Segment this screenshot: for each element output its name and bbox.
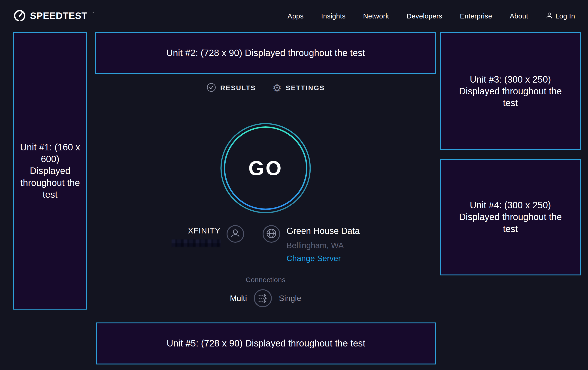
person-icon [230, 228, 241, 240]
isp-block: XFINITY [172, 225, 220, 248]
connections-mode-row: Multi Single [230, 289, 301, 308]
connections-section: Connections Multi Single [95, 276, 436, 308]
ad-unit-1[interactable]: Unit #1: (160 x 600) Displayed throughou… [13, 32, 87, 310]
nav-item-network[interactable]: Network [363, 12, 389, 20]
speedtest-logo[interactable]: SPEEDTEST ™ [13, 9, 94, 23]
login-label: Log In [556, 12, 575, 20]
login-button[interactable]: Log In [546, 12, 575, 20]
nav-item-apps[interactable]: Apps [288, 12, 304, 20]
isp-icon-circle [227, 225, 244, 243]
tab-settings-label: SETTINGS [286, 84, 325, 92]
isp-name: XFINITY [172, 222, 220, 239]
check-circle-icon [207, 83, 216, 93]
logo-text: SPEEDTEST [30, 9, 87, 22]
nav-item-insights[interactable]: Insights [321, 12, 346, 20]
logo-trademark: ™ [91, 9, 94, 17]
speedometer-gauge-icon [13, 9, 26, 23]
speedtest-page: { "header": { "logo": { "text": "SPEEDTE… [0, 0, 588, 370]
go-button[interactable]: GO [220, 122, 311, 214]
server-block: Green House Data Bellingham, WA Change S… [287, 225, 360, 264]
ad-unit-3-label: Unit #3: (300 x 250) Displayed throughou… [457, 74, 564, 109]
mode-multi[interactable]: Multi [230, 294, 247, 303]
ad-unit-2[interactable]: Unit #2: (728 x 90) Displayed throughout… [95, 32, 436, 74]
go-label: GO [220, 122, 311, 214]
header: SPEEDTEST ™ Apps Insights Network Develo… [0, 0, 588, 32]
redacted-ip [172, 240, 220, 247]
tab-results-label: RESULTS [220, 84, 256, 92]
ad-unit-5[interactable]: Unit #5: (728 x 90) Displayed throughout… [96, 322, 436, 364]
tab-results[interactable]: RESULTS [207, 83, 256, 93]
connections-label: Connections [95, 276, 436, 284]
ad-unit-5-label: Unit #5: (728 x 90) Displayed throughout… [167, 338, 365, 349]
server-location: Bellingham, WA [287, 240, 360, 251]
main-nav: Apps Insights Network Developers Enterpr… [288, 12, 575, 20]
server-name: Green House Data [287, 223, 360, 239]
mode-single[interactable]: Single [279, 294, 301, 303]
nav-item-developers[interactable]: Developers [407, 12, 442, 20]
multi-arrows-icon [259, 294, 266, 303]
ad-unit-4-label: Unit #4: (300 x 250) Displayed throughou… [457, 199, 564, 235]
globe-icon [266, 228, 277, 240]
person-icon [546, 12, 553, 20]
tabs-row: RESULTS ⚙ SETTINGS [95, 83, 436, 93]
ad-unit-4[interactable]: Unit #4: (300 x 250) Displayed throughou… [440, 159, 581, 275]
connection-info-row: XFINITY Green House Data Bellingham, WA … [95, 225, 436, 264]
change-server-link[interactable]: Change Server [287, 253, 341, 264]
nav-item-enterprise[interactable]: Enterprise [460, 12, 492, 20]
ad-unit-2-label: Unit #2: (728 x 90) Displayed throughout… [166, 47, 365, 59]
nav-item-about[interactable]: About [510, 12, 528, 20]
tab-settings[interactable]: ⚙ SETTINGS [273, 83, 325, 93]
gear-icon: ⚙ [273, 83, 282, 93]
connections-toggle[interactable] [253, 289, 272, 308]
ad-unit-1-label: Unit #1: (160 x 600) Displayed throughou… [20, 141, 81, 200]
ad-unit-3[interactable]: Unit #3: (300 x 250) Displayed throughou… [440, 32, 581, 150]
server-icon-circle [262, 225, 280, 243]
